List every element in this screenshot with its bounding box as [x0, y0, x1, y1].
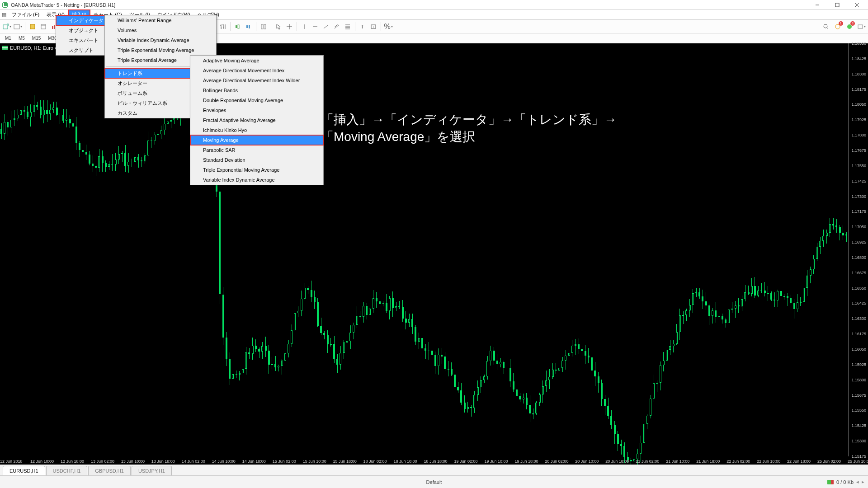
menuitem-ichimoku-kinko-hyo[interactable]: Ichimoku Kinko Hyo [190, 125, 323, 135]
text-label-button[interactable]: T [368, 22, 378, 32]
xtick: 25 Jun 10:00 [848, 459, 868, 464]
cursor-button[interactable] [274, 22, 283, 32]
xtick: 21 Jun 02:00 [636, 459, 659, 464]
text-button[interactable]: T [358, 22, 368, 32]
chart-tab-EURUSDH1[interactable]: EURUSD,H1 [3, 466, 45, 475]
ytick: 1.15675 [851, 393, 866, 398]
menuitem-standard-deviation[interactable]: Standard Deviation [190, 155, 323, 165]
xtick: 15 Jun 02:00 [273, 459, 296, 464]
chart-tab-USDJPYH1[interactable]: USDJPY,H1 [132, 466, 172, 475]
xtick: 14 Jun 10:00 [212, 459, 236, 464]
ytick: 1.16675 [851, 271, 866, 275]
profiles-button[interactable]: ▾ [13, 22, 23, 32]
svg-rect-13 [238, 25, 239, 28]
ytick: 1.17050 [851, 225, 866, 229]
menuitem-moving-average[interactable]: Moving Average [190, 135, 323, 145]
svg-rect-12 [236, 25, 237, 28]
svg-rect-14 [246, 25, 248, 28]
xtick: 14 Jun 02:00 [182, 459, 205, 464]
menuitem-variable-index-dynamic-average[interactable]: Variable Index Dynamic Average [190, 175, 323, 185]
xtick: 21 Jun 18:00 [696, 459, 720, 464]
chart-tab-GBPUSDH1[interactable]: GBPUSD,H1 [88, 466, 131, 475]
vertical-line-button[interactable] [299, 22, 309, 32]
ytick: 1.17175 [851, 209, 866, 214]
ytick: 1.17550 [851, 164, 866, 168]
mql5-community-button[interactable]: 3 [844, 22, 854, 32]
ytick: 1.16050 [851, 347, 866, 352]
xtick: 12 Jun 18:00 [61, 459, 84, 464]
xtick: 20 Jun 02:00 [545, 459, 568, 464]
vps-button[interactable]: ▾ [856, 22, 866, 32]
xtick: 20 Jun 10:00 [575, 459, 599, 464]
xtick: 12 Jun 10:00 [30, 459, 54, 464]
ytick: 1.18550 [851, 41, 866, 46]
timeframe-M5[interactable]: M5 [15, 34, 28, 42]
ytick: 1.16925 [851, 240, 866, 244]
time-axis: 12 Jun 201812 Jun 10:0012 Jun 18:0013 Ju… [0, 457, 848, 465]
svg-rect-17 [264, 24, 266, 29]
menuitem-variable-index-dynamic-average[interactable]: Variable Index Dynamic Average [105, 35, 216, 45]
trend-indicators-submenu[interactable]: Adaptive Moving AverageAverage Direction… [190, 55, 324, 185]
objects-button[interactable]: %▾ [383, 22, 393, 32]
svg-rect-15 [249, 25, 250, 28]
svg-rect-1 [3, 25, 8, 29]
fibonacci-button[interactable] [343, 22, 353, 32]
svg-rect-5 [52, 26, 53, 29]
xtick: 18 Jun 10:00 [394, 459, 417, 464]
scroll-right-icon[interactable]: ▸ [862, 479, 864, 485]
menuitem-adaptive-moving-average[interactable]: Adaptive Moving Average [190, 56, 323, 66]
chart-candles-button[interactable] [233, 22, 243, 32]
xtick: 13 Jun 02:00 [91, 459, 114, 464]
chart-bars-button[interactable] [218, 22, 228, 32]
svg-rect-16 [261, 24, 263, 29]
chart-auto-scroll-button[interactable] [259, 22, 269, 32]
horizontal-line-button[interactable] [310, 22, 320, 32]
menuitem-bollinger-bands[interactable]: Bollinger Bands [190, 85, 323, 95]
menu-ファイルF[interactable]: ファイル (F) [8, 10, 43, 19]
menuitem-average-directional-movement-index[interactable]: Average Directional Movement Index [190, 66, 323, 75]
menuitem-volumes[interactable]: Volumes [105, 25, 216, 35]
equidistant-channel-button[interactable] [332, 22, 342, 32]
window-minimize-button[interactable] [811, 0, 824, 9]
ytick: 1.15800 [851, 378, 866, 382]
menuitem-triple-exponential-moving-average[interactable]: Triple Exponential Moving Average [190, 165, 323, 175]
new-chart-button[interactable]: ▾ [2, 22, 12, 32]
menuitem-average-directional-movement-index-wilder[interactable]: Average Directional Movement Index Wilde… [190, 75, 323, 85]
ytick: 1.15550 [851, 408, 866, 413]
xtick: 22 Jun 10:00 [757, 459, 780, 464]
market-watch-button[interactable] [28, 22, 38, 32]
window-close-button[interactable] [851, 0, 863, 9]
crosshair-button[interactable] [284, 22, 294, 32]
menuitem-triple-exponential-moving-average[interactable]: Triple Exponential Moving Average [105, 45, 216, 55]
menuitem-parabolic-sar[interactable]: Parabolic SAR [190, 145, 323, 155]
scroll-left-icon[interactable]: ◂ [856, 479, 859, 485]
menuitem-williams-percent-range[interactable]: Williams' Percent Range [105, 15, 216, 25]
alerts-button[interactable]: 1 [833, 22, 843, 32]
chart-tab-USDCHFH1[interactable]: USDCHF,H1 [46, 466, 88, 475]
ytick: 1.15175 [851, 454, 866, 459]
svg-rect-4 [41, 24, 46, 29]
xtick: 22 Jun 02:00 [726, 459, 750, 464]
timeframe-M15[interactable]: M15 [29, 34, 44, 42]
instruction-annotation: 「挿入」→「インディケータ」→「トレンド系」→「Moving Average」を… [321, 111, 617, 145]
trendline-button[interactable] [321, 22, 331, 32]
menuitem-double-exponential-moving-average[interactable]: Double Exponential Moving Average [190, 95, 323, 105]
xtick: 15 Jun 10:00 [303, 459, 326, 464]
search-button[interactable] [821, 22, 831, 32]
ytick: 1.15925 [851, 362, 866, 367]
chart-line-button[interactable] [244, 22, 254, 32]
ytick: 1.15425 [851, 423, 866, 428]
xtick: 13 Jun 18:00 [151, 459, 175, 464]
xtick: 21 Jun 10:00 [666, 459, 689, 464]
menuitem-fractal-adaptive-moving-average[interactable]: Fractal Adaptive Moving Average [190, 115, 323, 125]
ytick: 1.17925 [851, 117, 866, 122]
ytick: 1.17300 [851, 194, 866, 199]
navigator-button[interactable] [38, 22, 48, 32]
svg-rect-24 [858, 25, 863, 28]
menuitem-envelopes[interactable]: Envelopes [190, 105, 323, 115]
price-axis: 1.185501.184251.183001.181751.180501.179… [848, 43, 868, 456]
svg-text:T: T [372, 25, 374, 29]
timeframe-M1[interactable]: M1 [2, 34, 14, 42]
ytick: 1.16300 [851, 316, 866, 321]
window-maximize-button[interactable] [831, 0, 844, 9]
